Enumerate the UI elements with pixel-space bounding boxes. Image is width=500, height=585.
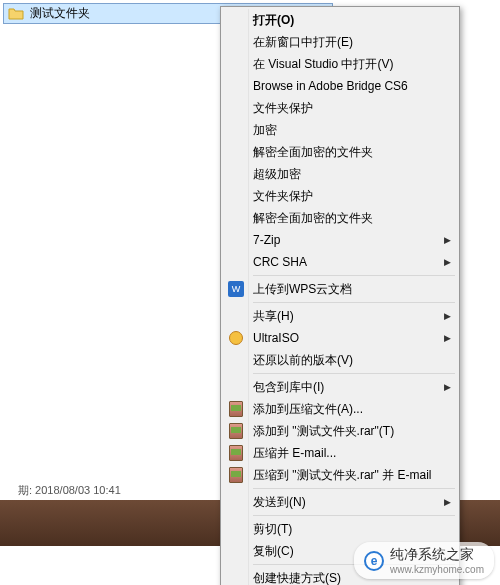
menu-item-label: Browse in Adobe Bridge CS6: [253, 79, 439, 93]
menu-item[interactable]: 7-Zip▶: [223, 229, 457, 251]
menu-item-label: 压缩并 E-mail...: [253, 445, 439, 462]
menu-item-label: 解密全面加密的文件夹: [253, 144, 439, 161]
menu-item-label: 发送到(N): [253, 494, 439, 511]
menu-item[interactable]: 在 Visual Studio 中打开(V): [223, 53, 457, 75]
menu-item-label: UltraISO: [253, 331, 439, 345]
menu-item-label: 上传到WPS云文档: [253, 281, 439, 298]
menu-item[interactable]: W上传到WPS云文档: [223, 278, 457, 300]
watermark-url: www.kzmyhome.com: [390, 564, 484, 575]
menu-item[interactable]: 超级加密: [223, 163, 457, 185]
menu-item-label: 文件夹保护: [253, 100, 439, 117]
menu-item-label: 添加到压缩文件(A)...: [253, 401, 439, 418]
context-menu: 打开(O)在新窗口中打开(E)在 Visual Studio 中打开(V)Bro…: [220, 6, 460, 585]
menu-item[interactable]: CRC SHA▶: [223, 251, 457, 273]
menu-item[interactable]: 解密全面加密的文件夹: [223, 207, 457, 229]
menu-item[interactable]: UltraISO▶: [223, 327, 457, 349]
menu-item-label: 共享(H): [253, 308, 439, 325]
rar-icon: [228, 401, 244, 417]
folder-icon: [8, 6, 24, 22]
menu-item-label: 压缩到 "测试文件夹.rar" 并 E-mail: [253, 467, 439, 484]
menu-item[interactable]: 发送到(N)▶: [223, 491, 457, 513]
rar-icon: [228, 423, 244, 439]
ultraiso-icon: [228, 330, 244, 346]
menu-item-label: 文件夹保护: [253, 188, 439, 205]
menu-item[interactable]: 压缩并 E-mail...: [223, 442, 457, 464]
menu-item-label: 超级加密: [253, 166, 439, 183]
submenu-arrow-icon: ▶: [444, 235, 451, 245]
menu-item-label: 在新窗口中打开(E): [253, 34, 439, 51]
menu-item-label: 打开(O): [253, 12, 439, 29]
menu-item-label: 在 Visual Studio 中打开(V): [253, 56, 439, 73]
watermark: e 纯净系统之家 www.kzmyhome.com: [354, 542, 494, 579]
menu-item[interactable]: 还原以前的版本(V): [223, 349, 457, 371]
menu-item[interactable]: Browse in Adobe Bridge CS6: [223, 75, 457, 97]
menu-item[interactable]: 加密: [223, 119, 457, 141]
rar-icon: [228, 467, 244, 483]
file-name: 测试文件夹: [30, 5, 90, 22]
menu-separator: [253, 488, 455, 489]
menu-item[interactable]: 压缩到 "测试文件夹.rar" 并 E-mail: [223, 464, 457, 486]
wps-icon: W: [228, 281, 244, 297]
menu-item[interactable]: 文件夹保护: [223, 185, 457, 207]
menu-item-label: 包含到库中(I): [253, 379, 439, 396]
submenu-arrow-icon: ▶: [444, 333, 451, 343]
menu-item-label: 加密: [253, 122, 439, 139]
submenu-arrow-icon: ▶: [444, 497, 451, 507]
submenu-arrow-icon: ▶: [444, 382, 451, 392]
menu-item[interactable]: 剪切(T): [223, 518, 457, 540]
menu-item[interactable]: 添加到 "测试文件夹.rar"(T): [223, 420, 457, 442]
menu-item[interactable]: 解密全面加密的文件夹: [223, 141, 457, 163]
menu-separator: [253, 515, 455, 516]
status-bar-date: 期: 2018/08/03 10:41: [18, 483, 121, 498]
menu-item[interactable]: 文件夹保护: [223, 97, 457, 119]
menu-item[interactable]: 共享(H)▶: [223, 305, 457, 327]
menu-item[interactable]: 包含到库中(I)▶: [223, 376, 457, 398]
submenu-arrow-icon: ▶: [444, 257, 451, 267]
rar-icon: [228, 445, 244, 461]
menu-item-label: CRC SHA: [253, 255, 439, 269]
watermark-logo-icon: e: [364, 551, 384, 571]
menu-separator: [253, 373, 455, 374]
menu-item[interactable]: 添加到压缩文件(A)...: [223, 398, 457, 420]
menu-item[interactable]: 在新窗口中打开(E): [223, 31, 457, 53]
menu-item-label: 剪切(T): [253, 521, 439, 538]
menu-item-label: 还原以前的版本(V): [253, 352, 439, 369]
watermark-text: 纯净系统之家: [390, 546, 484, 564]
menu-item-label: 解密全面加密的文件夹: [253, 210, 439, 227]
menu-item-label: 添加到 "测试文件夹.rar"(T): [253, 423, 439, 440]
menu-item[interactable]: 打开(O): [223, 9, 457, 31]
menu-separator: [253, 302, 455, 303]
menu-separator: [253, 275, 455, 276]
submenu-arrow-icon: ▶: [444, 311, 451, 321]
menu-item-label: 7-Zip: [253, 233, 439, 247]
